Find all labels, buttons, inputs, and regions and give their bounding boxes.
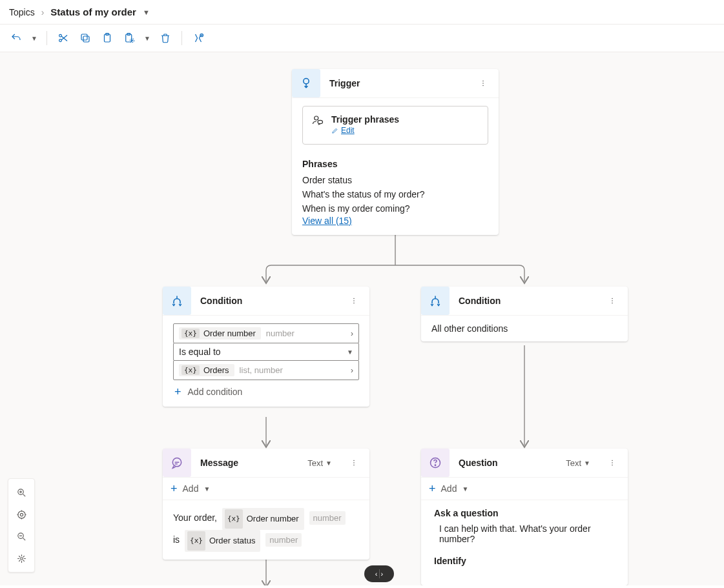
chevron-right-icon: › (351, 366, 353, 375)
chevron-right-icon: › (351, 329, 353, 338)
node-title: Condition (200, 296, 337, 306)
svg-rect-2 (83, 36, 89, 42)
svg-point-15 (318, 120, 323, 123)
svg-point-29 (612, 462, 613, 463)
paste-dropdown[interactable]: ▼ (141, 28, 153, 48)
variables-button[interactable] (189, 28, 208, 48)
variable-icon: {x} (187, 531, 205, 551)
svg-point-35 (20, 557, 23, 560)
copy-button[interactable] (76, 28, 95, 48)
breadcrumb: Topics › Status of my order ▼ (0, 0, 724, 25)
variable-chip: {x} Orders (179, 364, 234, 376)
phrases-heading: Phrases (302, 159, 488, 169)
variable-icon: {x} (225, 509, 243, 529)
toolbar-separator (181, 31, 182, 45)
edit-phrases-link[interactable]: Edit (331, 126, 355, 135)
svg-point-12 (482, 83, 484, 84)
add-condition-button[interactable]: + Add condition (173, 380, 359, 399)
variable-chip: {x} Order number (222, 508, 304, 530)
svg-point-24 (353, 462, 355, 463)
condition-node-else[interactable]: Condition All other conditions (421, 287, 628, 341)
undo-button[interactable] (6, 28, 26, 48)
variable-type: number (266, 329, 295, 338)
node-menu-button[interactable] (346, 455, 362, 471)
breadcrumb-root[interactable]: Topics (9, 7, 35, 17)
condition-node[interactable]: Condition {x} Order number number › Is e… (163, 287, 369, 407)
svg-point-30 (612, 465, 613, 466)
prev-button[interactable]: ‹ (375, 570, 378, 578)
node-title: Trigger (329, 78, 466, 88)
fit-view-button[interactable] (11, 503, 32, 525)
variable-chip: {x} Order number (179, 327, 261, 340)
trigger-phrases-title: Trigger phrases (331, 114, 399, 125)
svg-point-33 (17, 511, 25, 518)
branch-icon (421, 287, 450, 315)
svg-point-25 (353, 465, 355, 466)
trigger-node[interactable]: Trigger Trigger phrases Edit Phra (292, 69, 499, 235)
cut-button[interactable] (54, 28, 73, 48)
svg-point-32 (20, 513, 23, 516)
trigger-phrases-card[interactable]: Trigger phrases Edit (302, 106, 488, 145)
canvas-zoom-toolbar (8, 478, 35, 573)
svg-point-28 (612, 460, 613, 461)
svg-point-23 (353, 460, 355, 461)
plus-icon: + (174, 386, 181, 398)
trigger-icon (292, 69, 320, 97)
trigger-phrase: What's the status of my order? (302, 187, 488, 201)
question-node[interactable]: Question Text▼ + Add ▼ Ask a question I … (421, 449, 628, 585)
condition-operator-field[interactable]: Is equal to ▼ (173, 343, 359, 361)
question-type-dropdown[interactable]: Text▼ (566, 458, 590, 468)
message-icon (163, 449, 191, 477)
node-menu-button[interactable] (605, 455, 620, 471)
chevron-down-icon[interactable]: ▼ (143, 8, 150, 16)
svg-point-14 (315, 116, 318, 120)
svg-point-10 (304, 79, 309, 84)
view-all-phrases-link[interactable]: View all (15) (302, 216, 352, 226)
identify-label: Identify (434, 556, 615, 566)
add-question-variation[interactable]: + Add ▼ (421, 478, 628, 500)
condition-variable-field[interactable]: {x} Order number number › (173, 323, 359, 343)
next-button[interactable]: › (381, 570, 384, 578)
svg-point-13 (482, 85, 484, 86)
authoring-canvas[interactable]: Trigger Trigger phrases Edit Phra (0, 52, 724, 585)
variable-icon: {x} (181, 329, 200, 338)
plus-icon: + (429, 483, 436, 494)
plus-icon: + (171, 483, 178, 494)
phrases-icon (312, 114, 324, 128)
message-node[interactable]: Message Text▼ + Add ▼ Your order, {x} Or… (163, 449, 369, 560)
variable-type: number (265, 533, 302, 547)
zoom-out-button[interactable] (11, 525, 32, 547)
page-title: Status of my order (50, 6, 136, 17)
svg-point-20 (612, 300, 613, 301)
svg-point-18 (353, 303, 355, 304)
undo-dropdown[interactable]: ▼ (28, 28, 40, 48)
editor-toolbar: ▼ ▼ (0, 25, 724, 52)
delete-button[interactable] (156, 28, 175, 48)
message-content[interactable]: Your order, {x} Order number number is {… (163, 500, 369, 560)
variable-type: list, number (240, 365, 283, 375)
operator-label: Is equal to (179, 347, 221, 357)
paste-special-button[interactable] (119, 28, 139, 48)
condition-value-field[interactable]: {x} Orders list, number › (173, 360, 359, 380)
node-menu-button[interactable] (475, 76, 491, 91)
trigger-phrase: Order status (302, 173, 488, 187)
paste-button[interactable] (98, 28, 117, 48)
question-text[interactable]: I can help with that. What's your order … (434, 523, 615, 544)
variable-chip: {x} Order status (185, 530, 260, 552)
node-menu-button[interactable] (346, 293, 362, 309)
chevron-down-icon: ▼ (203, 485, 210, 492)
svg-point-27 (435, 465, 435, 465)
node-title: Question (459, 458, 557, 468)
svg-point-16 (353, 298, 355, 299)
svg-point-17 (353, 300, 355, 301)
reset-view-button[interactable] (11, 547, 32, 569)
node-title: Message (200, 458, 298, 468)
branch-icon (163, 287, 191, 315)
question-icon (421, 449, 450, 477)
ask-question-label: Ask a question (434, 508, 615, 518)
message-type-dropdown[interactable]: Text▼ (307, 458, 332, 468)
variable-icon: {x} (181, 365, 200, 375)
zoom-in-button[interactable] (11, 482, 32, 503)
node-menu-button[interactable] (605, 293, 620, 309)
add-message-variation[interactable]: + Add ▼ (163, 478, 369, 500)
